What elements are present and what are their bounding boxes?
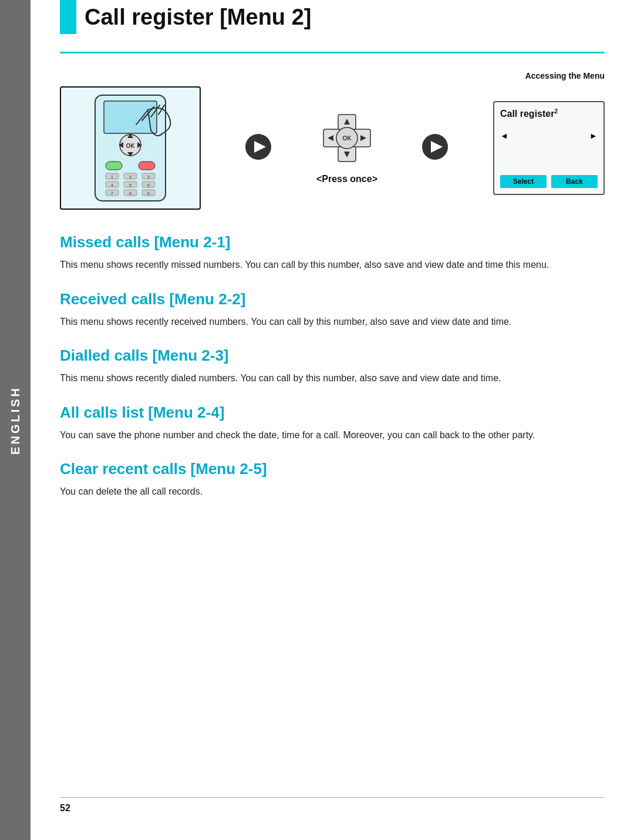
- section-body-4: You can delete the all call records.: [60, 484, 605, 499]
- arrow-right-2: [420, 132, 450, 164]
- phone-diagram: OK 1 2 3: [60, 86, 201, 210]
- svg-text:4: 4: [111, 183, 113, 187]
- svg-text:9: 9: [147, 191, 150, 196]
- section-body-0: This menu shows recently missed numbers.…: [60, 257, 605, 273]
- title-accent-block: [60, 0, 76, 34]
- nav-diagram: OK <Press once>: [316, 112, 377, 184]
- screen-nav-row: ◄ ►: [500, 131, 598, 140]
- sections-container: Missed calls [Menu 2-1] This menu shows …: [60, 233, 605, 499]
- section-body-1: This menu shows recently received number…: [60, 314, 605, 330]
- page-title: Call register [Menu 2]: [85, 5, 311, 30]
- title-bar: Call register [Menu 2]: [60, 0, 605, 34]
- svg-text:OK: OK: [126, 143, 136, 149]
- svg-text:5: 5: [129, 183, 131, 187]
- press-once-label: <Press once>: [316, 174, 377, 184]
- title-underline: [60, 52, 605, 53]
- svg-text:3: 3: [147, 175, 150, 179]
- phone-svg: OK 1 2 3: [72, 92, 189, 204]
- svg-rect-8: [106, 162, 122, 170]
- screen-display: Call register2 ◄ ► Select Back: [493, 101, 605, 195]
- section-heading-3: All calls list [Menu 2-4]: [60, 404, 605, 422]
- screen-title-row: Call register2: [500, 108, 598, 119]
- screen-left-arrow: ◄: [500, 131, 508, 140]
- svg-text:6: 6: [147, 183, 150, 187]
- arrow-right-1: [244, 132, 273, 164]
- accessing-label: Accessing the Menu: [60, 71, 605, 80]
- section-heading-0: Missed calls [Menu 2-1]: [60, 233, 605, 251]
- main-content: Call register [Menu 2] Accessing the Men…: [31, 0, 634, 552]
- section-body-2: This menu shows recently dialed numbers.…: [60, 371, 605, 386]
- screen-select-btn[interactable]: Select: [500, 175, 547, 188]
- screen-back-btn[interactable]: Back: [551, 175, 598, 188]
- sidebar-language-label: ENGLISH: [9, 386, 22, 455]
- footer: 52: [31, 797, 634, 814]
- svg-text:7: 7: [111, 191, 113, 196]
- svg-rect-9: [139, 162, 155, 170]
- section-body-3: You can save the phone number and check …: [60, 428, 605, 443]
- section-heading-2: Dialled calls [Menu 2-3]: [60, 347, 605, 365]
- footer-divider: [60, 797, 605, 798]
- sidebar: ENGLISH: [0, 0, 31, 840]
- screen-buttons-row: Select Back: [500, 175, 598, 188]
- page-number: 52: [60, 803, 70, 814]
- diagram-section: OK 1 2 3: [60, 86, 605, 210]
- svg-text:2: 2: [129, 175, 131, 179]
- section-heading-1: Received calls [Menu 2-2]: [60, 290, 605, 308]
- dpad-svg: OK: [321, 112, 373, 164]
- screen-title-text: Call register2: [500, 108, 558, 119]
- screen-right-arrow: ►: [589, 131, 598, 140]
- svg-text:8: 8: [129, 191, 131, 196]
- svg-text:OK: OK: [342, 135, 352, 142]
- svg-text:1: 1: [111, 175, 113, 179]
- section-heading-4: Clear recent calls [Menu 2-5]: [60, 460, 605, 478]
